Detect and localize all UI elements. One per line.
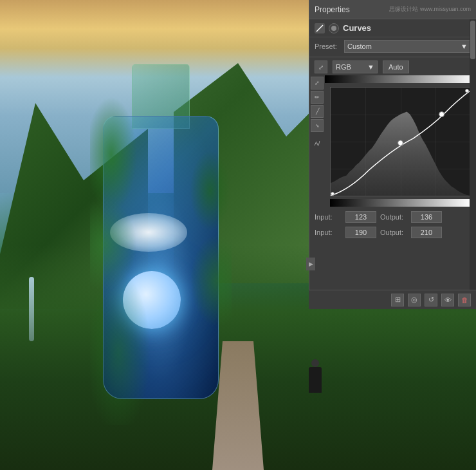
preset-label: Preset: [315,42,339,50]
select-point-tool[interactable]: ⤢ [311,77,324,89]
anchor-point-tr [465,89,469,93]
text-tool[interactable]: A/ [311,137,324,150]
bottom-toolbar: ⊞ ◎ ↺ 👁 🗑 [309,290,476,309]
output1-value[interactable]: 136 [411,211,442,223]
visibility-button[interactable]: 👁 [441,294,454,306]
output2-label: Output: [380,229,407,236]
properties-panel: Properties 思缘设计站 www.missyuan.com Curves… [309,0,476,290]
vines-overlay [90,64,232,425]
input2-value[interactable]: 190 [345,227,376,238]
figure-head [311,359,319,367]
input1-value[interactable]: 123 [345,211,376,223]
panel-scrollbar[interactable] [470,19,476,290]
curves-adjustment-icon [315,23,325,33]
svg-point-3 [439,112,444,117]
mask-button[interactable]: ⊞ [391,294,404,306]
scrollbar-thumb[interactable] [470,21,475,59]
bottle [90,64,232,425]
draw-curve-tool[interactable]: ✏ [311,91,324,104]
output-gradient-bar [325,75,476,83]
svg-point-2 [398,140,403,146]
channel-dropdown[interactable]: RGB ▼ [333,61,378,73]
io-row-2: Input: 190 Output: 210 [309,225,476,240]
input-gradient-bar [330,199,471,207]
reset-button[interactable]: ↺ [425,294,437,306]
graph-column [325,75,476,208]
channel-row: ⤢ RGB ▼ Auto [309,59,476,75]
link-button[interactable]: ◎ [408,294,421,306]
curve-tool-btn[interactable]: ⤢ [315,61,327,73]
anchor-point-bl [331,192,334,196]
input1-label: Input: [315,213,342,221]
chevron-right-icon: ▶ [309,261,313,267]
auto-button[interactable]: Auto [383,61,409,73]
panel-title: Properties [315,5,389,14]
panel-header: Properties 思缘设计站 www.missyuan.com [309,0,476,19]
figure-person [309,367,322,393]
histogram-svg [331,88,470,196]
panel-watermark: 思缘设计站 www.missyuan.com [389,5,471,14]
output1-label: Output: [380,213,407,221]
panel-expand-arrow[interactable]: ▶ [306,258,315,270]
curves-graph[interactable] [330,87,471,196]
preset-row: Preset: Custom ▼ [309,37,476,55]
curves-title: Curves [343,23,371,33]
curves-header: Curves [309,19,476,37]
panel-spacer [309,240,476,290]
line-tool[interactable]: ╱ [311,105,324,118]
circle-icon [329,23,339,33]
waterfall [29,277,34,341]
preset-dropdown[interactable]: Custom ▼ [344,40,471,53]
graph-area-wrapper: ⤢ ✏ ╱ ∿ A/ [309,75,476,208]
channel-chevron-icon: ▼ [367,63,374,71]
separator-1 [309,57,476,57]
delete-button[interactable]: 🗑 [458,294,471,306]
output2-value[interactable]: 210 [411,227,442,238]
io-row-1: Input: 123 Output: 136 [309,209,476,225]
input2-label: Input: [315,229,342,236]
smooth-tool[interactable]: ∿ [311,119,324,132]
chevron-down-icon: ▼ [461,42,468,50]
tool-column: ⤢ ✏ ╱ ∿ A/ [309,75,325,208]
